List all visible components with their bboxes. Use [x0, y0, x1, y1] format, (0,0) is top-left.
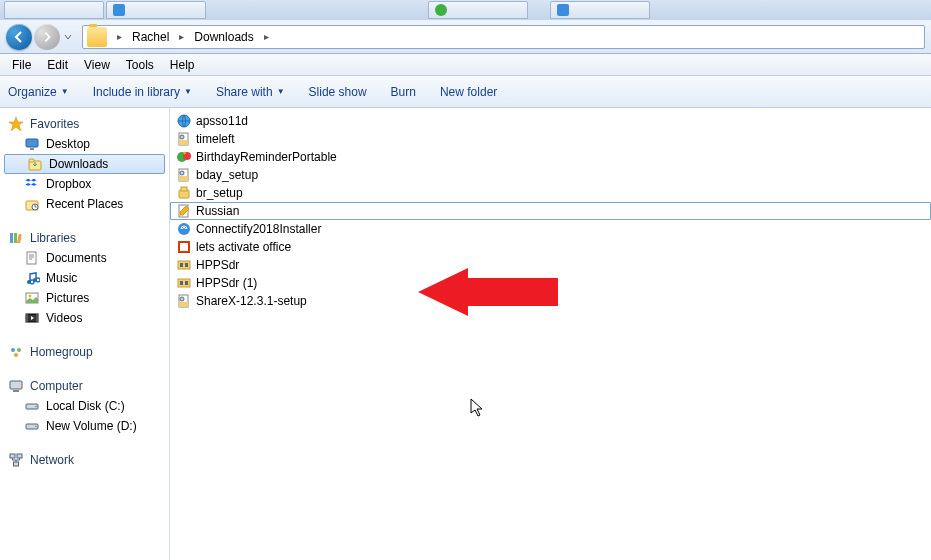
browser-tab[interactable] — [428, 1, 528, 19]
file-item[interactable]: BirthdayReminderPortable — [170, 148, 931, 166]
setup-icon — [176, 185, 192, 201]
file-item[interactable]: ShareX-12.3.1-setup — [170, 292, 931, 310]
file-item[interactable]: Connectify2018Installer — [170, 220, 931, 238]
desktop-icon — [24, 136, 40, 152]
sidebar-item-music[interactable]: Music — [0, 268, 169, 288]
file-item[interactable]: HPPSdr — [170, 256, 931, 274]
sidebar-item-dropbox[interactable]: Dropbox — [0, 174, 169, 194]
sidebar-item-recent-places[interactable]: Recent Places — [0, 194, 169, 214]
svg-rect-47 — [178, 279, 190, 287]
favorites-header[interactable]: Favorites — [0, 114, 169, 134]
browser-tab[interactable] — [106, 1, 206, 19]
folder-icon — [87, 27, 107, 47]
recent-icon — [24, 196, 40, 212]
chevron-right-icon[interactable]: ▸ — [111, 31, 128, 42]
menu-help[interactable]: Help — [162, 56, 203, 74]
drive-icon — [24, 398, 40, 414]
homegroup-icon — [8, 344, 24, 360]
toolbar: Organize▼ Include in library▼ Share with… — [0, 76, 931, 108]
slideshow-button[interactable]: Slide show — [309, 85, 367, 99]
include-in-library-button[interactable]: Include in library▼ — [93, 85, 192, 99]
favicon-icon — [113, 4, 125, 16]
breadcrumb[interactable]: ▸ Rachel ▸ Downloads ▸ — [82, 25, 925, 49]
file-item[interactable]: HPPSdr (1) — [170, 274, 931, 292]
homegroup-label: Homegroup — [30, 345, 93, 359]
sidebar-item-label: Videos — [46, 311, 82, 325]
file-item[interactable]: bday_setup — [170, 166, 931, 184]
computer-header[interactable]: Computer — [0, 376, 169, 396]
sidebar-item-local-disk-c[interactable]: Local Disk (C:) — [0, 396, 169, 416]
breadcrumb-segment[interactable]: Rachel — [128, 30, 173, 44]
new-folder-button[interactable]: New folder — [440, 85, 497, 99]
sidebar-item-label: Pictures — [46, 291, 89, 305]
svg-rect-16 — [36, 314, 38, 322]
menu-edit[interactable]: Edit — [39, 56, 76, 74]
file-item[interactable]: lets activate office — [170, 238, 931, 256]
svg-point-32 — [180, 135, 184, 139]
breadcrumb-segment[interactable]: Downloads — [190, 30, 257, 44]
sidebar-item-documents[interactable]: Documents — [0, 248, 169, 268]
connectify-icon — [176, 221, 192, 237]
burn-button[interactable]: Burn — [391, 85, 416, 99]
file-name-label: timeleft — [196, 132, 235, 146]
file-name-label: lets activate office — [196, 240, 291, 254]
network-header[interactable]: Network — [0, 450, 169, 470]
libraries-header[interactable]: Libraries — [0, 228, 169, 248]
menu-view[interactable]: View — [76, 56, 118, 74]
sidebar-item-downloads[interactable]: Downloads — [4, 154, 165, 174]
svg-point-52 — [180, 297, 184, 301]
svg-rect-31 — [179, 140, 188, 145]
sidebar-item-new-volume-d[interactable]: New Volume (D:) — [0, 416, 169, 436]
svg-point-23 — [35, 406, 37, 408]
chevron-down-icon: ▼ — [184, 87, 192, 96]
chevron-down-icon — [64, 33, 72, 41]
forward-button[interactable] — [34, 24, 60, 50]
homegroup-section: Homegroup — [0, 342, 169, 362]
document-icon — [24, 250, 40, 266]
svg-rect-8 — [17, 234, 22, 243]
chevron-right-icon[interactable]: ▸ — [173, 31, 190, 42]
browser-tab[interactable] — [550, 1, 650, 19]
arrow-left-icon — [12, 30, 26, 44]
sidebar-item-videos[interactable]: Videos — [0, 308, 169, 328]
globe-icon — [176, 113, 192, 129]
cake-icon — [176, 149, 192, 165]
favicon-icon — [557, 4, 569, 16]
share-with-button[interactable]: Share with▼ — [216, 85, 285, 99]
chevron-right-icon[interactable]: ▸ — [258, 31, 275, 42]
svg-point-25 — [35, 426, 37, 428]
browser-tab[interactable] — [4, 1, 104, 19]
menu-tools[interactable]: Tools — [118, 56, 162, 74]
file-name-label: apsso11d — [196, 114, 248, 128]
sidebar-item-label: Music — [46, 271, 77, 285]
svg-rect-26 — [10, 454, 15, 458]
svg-rect-3 — [29, 159, 34, 162]
pictures-icon — [24, 290, 40, 306]
msi-icon — [176, 131, 192, 147]
svg-rect-6 — [10, 233, 13, 243]
hp-icon — [176, 275, 192, 291]
menu-file[interactable]: File — [4, 56, 39, 74]
file-item[interactable]: br_setup — [170, 184, 931, 202]
sidebar-item-label: Local Disk (C:) — [46, 399, 125, 413]
sidebar-item-pictures[interactable]: Pictures — [0, 288, 169, 308]
file-name-label: HPPSdr (1) — [196, 276, 257, 290]
svg-rect-7 — [14, 233, 17, 243]
file-item[interactable]: Russian — [170, 202, 931, 220]
sidebar-item-label: Recent Places — [46, 197, 123, 211]
favorites-section: Favorites Desktop Downloads Dropbox Rece… — [0, 114, 169, 214]
svg-point-37 — [180, 171, 184, 175]
sidebar-item-desktop[interactable]: Desktop — [0, 134, 169, 154]
file-item[interactable]: timeleft — [170, 130, 931, 148]
favicon-icon — [435, 4, 447, 16]
file-name-label: ShareX-12.3.1-setup — [196, 294, 307, 308]
back-button[interactable] — [6, 24, 32, 50]
history-dropdown[interactable] — [62, 25, 74, 49]
network-label: Network — [30, 453, 74, 467]
homegroup-header[interactable]: Homegroup — [0, 342, 169, 362]
file-item[interactable]: apsso11d — [170, 112, 931, 130]
svg-rect-20 — [10, 381, 22, 389]
organize-button[interactable]: Organize▼ — [8, 85, 69, 99]
svg-point-10 — [27, 280, 31, 284]
svg-point-17 — [11, 348, 15, 352]
